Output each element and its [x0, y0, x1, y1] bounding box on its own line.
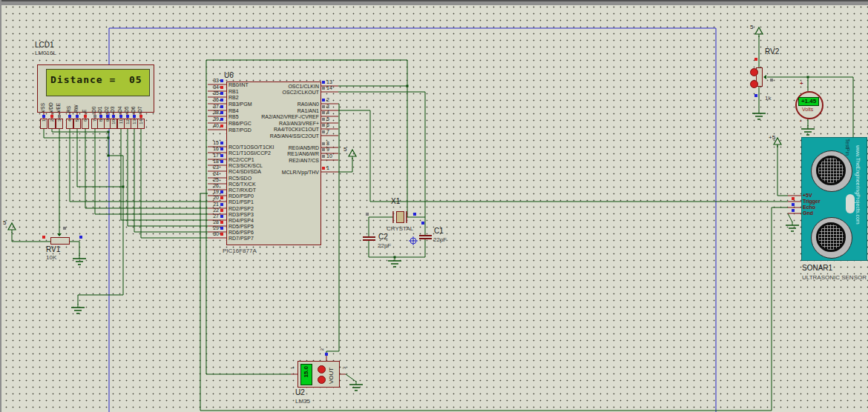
pin-state-square — [322, 99, 325, 102]
lm35-decrement-button[interactable] — [318, 376, 326, 384]
mcu-pin-number: 21 — [208, 202, 219, 207]
mcu-pin-number: 28 — [208, 219, 219, 225]
crystal-ref: X1 — [391, 197, 400, 205]
pin-state-square — [220, 111, 223, 114]
pin-state-square — [106, 115, 109, 118]
mcu-pin-label: RC5/SDO — [228, 176, 251, 181]
sonar-testpin-label: TestPin — [844, 139, 850, 156]
mcu-pin-label: RD4/PSP4 — [228, 218, 254, 223]
mcu-pin-label: RD1/PSP1 — [228, 199, 254, 205]
rv1-potentiometer[interactable] — [50, 237, 70, 245]
lm35-display: 15.0 — [300, 364, 312, 385]
junction-dot — [108, 155, 110, 157]
mcu-pin-label: RA3/AN3/VREF+ — [230, 121, 319, 126]
pin-state-square — [220, 190, 223, 193]
voltmeter-minus-terminal: - — [800, 117, 802, 124]
mcu-pin-label: RC3/SCK/SCL — [228, 163, 263, 168]
crystal-body[interactable] — [396, 211, 404, 223]
window-top-edge — [0, 0, 868, 5]
mcu-pin-label: RD3/PSP3 — [228, 212, 254, 217]
mcu-pin-number: 4 — [326, 110, 329, 115]
sonar-pin-label: Echo — [803, 205, 815, 210]
crystal-value: CRYSTAL — [387, 225, 413, 232]
mcu-pin-number: 24 — [208, 171, 219, 176]
cap1-ref: C1 — [434, 227, 444, 235]
pin-state-square — [220, 215, 223, 218]
pin-state-square — [220, 154, 223, 157]
lm35-increment-button[interactable] — [318, 365, 326, 373]
node-marker — [42, 236, 45, 239]
mcu-pin-number: 13 — [326, 79, 332, 84]
lcd-display-text: Distance = 05 — [47, 70, 149, 85]
mcu-pin-number: 22 — [208, 207, 219, 213]
lm35-pin1-number: 1 — [289, 367, 295, 369]
mcu-pin-number: 3 — [326, 104, 329, 109]
pin-state-square — [220, 118, 223, 121]
pin-state-square — [220, 233, 223, 236]
pin-state-square — [220, 160, 223, 163]
mcu-pin-label: RC7/RX/DT — [228, 187, 256, 193]
pin-state-square — [220, 86, 223, 89]
sonar-oval-detail — [846, 194, 855, 213]
lcd-ref: LCD1 — [35, 41, 54, 49]
junction-dot — [108, 131, 110, 133]
mcu-ref: U6 — [224, 71, 234, 79]
wire — [788, 213, 792, 222]
pin-state-square — [42, 115, 45, 118]
sonar-pin-label: Gnd — [803, 210, 813, 216]
node-marker — [413, 213, 416, 216]
node-marker — [754, 58, 757, 61]
pin-state-square — [792, 209, 795, 212]
lcd-pin-label: VSS — [40, 93, 46, 113]
pin-state-square — [220, 209, 223, 212]
mcu-pin-label: MCLR/Vpp/THV — [230, 170, 319, 175]
pin-state-square — [792, 203, 795, 206]
sonar-pin-label: Trigger — [803, 199, 821, 204]
pin-state-square — [68, 115, 71, 118]
pin-state-square — [220, 196, 223, 199]
pin-state-square — [99, 115, 102, 118]
wiper-arrow-icon — [763, 75, 766, 79]
mcu-pin-number: 20 — [208, 195, 219, 200]
wire-layer — [0, 0, 868, 412]
mcu-pin-number: 39 — [208, 116, 219, 122]
mcu-pin-label: RE0/AN5/RD — [230, 145, 319, 150]
mcu-pin-number: 35 — [208, 90, 219, 96]
pin-state-square — [322, 167, 325, 170]
schematic-canvas[interactable]: LCD1 LM016L Distance = 05 U6 PIC16F877A … — [0, 0, 868, 412]
lm35-vout-label: VOUT — [329, 363, 335, 384]
rv2-decrement-button[interactable] — [750, 80, 758, 88]
junction-dot — [122, 186, 125, 188]
rv2-increment-button[interactable] — [750, 68, 758, 76]
lcd-pin-label: VDD — [48, 93, 54, 113]
sonar-part: ULTRASONIC SENSOR — [802, 274, 867, 281]
mcu-pin-number: 25 — [208, 177, 219, 182]
cap2-value: 22pF — [378, 242, 391, 249]
lm35-ref: U2 — [295, 388, 305, 396]
lcd-pin-number-box: 3 — [56, 119, 63, 129]
pin-state-square — [322, 87, 325, 90]
mcu-pin-label: RD7/PSP7 — [228, 236, 254, 241]
pin-state-square — [84, 115, 87, 118]
pin-state-square — [220, 203, 223, 206]
pin-state-square — [220, 142, 223, 144]
mcu-pin-number: 29 — [208, 225, 219, 230]
lcd-pin-label: RW — [73, 93, 79, 113]
lcd-pin-label: RS — [66, 93, 72, 113]
mcu-pin-label: RC6/TX/CK — [228, 182, 256, 187]
mcu-pin-number: 36 — [208, 97, 219, 102]
lcd-pin-label: D3 — [110, 93, 116, 113]
lcd-pin-label: VEE — [56, 93, 62, 113]
sonar-brand-url: www.TheEngineeringProjects.com — [855, 145, 861, 225]
pin-state-square — [792, 197, 795, 200]
power-arrow-icon — [349, 150, 356, 156]
lcd-pin-number-box: 2 — [48, 119, 56, 129]
pin-state-square — [322, 130, 325, 133]
node-marker — [366, 213, 369, 216]
cap1-value: 22pF — [433, 236, 447, 243]
pin-state-square — [322, 118, 325, 121]
node-marker — [754, 94, 757, 97]
pin-state-square — [58, 115, 61, 118]
sonar-transmitter — [811, 150, 852, 192]
lcd-pin-label: D2 — [104, 93, 110, 113]
